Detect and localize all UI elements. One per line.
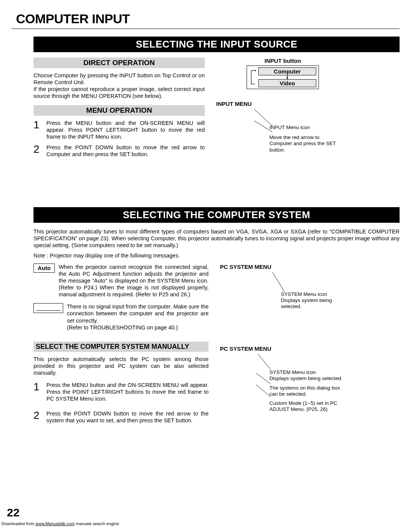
no-signal-description: There is no signal input from the comput… xyxy=(67,303,209,331)
section2-note: Note : Projector may display one of the … xyxy=(33,252,400,259)
footer-link[interactable]: www.Manualslib.com xyxy=(35,521,75,526)
input-button-diagram: INPUT button Computer Video xyxy=(247,58,319,89)
pc-system-menu-label-2: PC SYSTEM MENU xyxy=(220,345,400,352)
section2-intro: This projector automatically tunes to mo… xyxy=(33,228,400,249)
step-number-1: 1 xyxy=(33,120,42,140)
footer-pre: Downloaded from xyxy=(2,521,35,526)
input-menu-callouts: INPUT Menu icon Move the red arrow to Co… xyxy=(216,109,400,153)
svg-line-4 xyxy=(254,121,272,132)
menu-step1-text: Press the MENU button and the ON-SCREEN … xyxy=(46,120,205,140)
section2-banner: SELECTING THE COMPUTER SYSTEM xyxy=(33,207,400,223)
manual-step-number-2: 2 xyxy=(33,410,42,424)
direct-operation-text: Choose Computer by pressing the INPUT bu… xyxy=(33,72,205,100)
svg-line-3 xyxy=(254,109,272,126)
callout-system-menu-icon-2: SYSTEM Menu icon Displays system being s… xyxy=(269,369,357,382)
input-option-video: Video xyxy=(258,79,316,87)
page-number: 22 xyxy=(7,506,19,519)
auto-label-box: Auto xyxy=(33,264,55,273)
manual-step1-text: Press the MENU button and the ON-SCREEN … xyxy=(46,382,209,402)
callout-systems-selectable: The systems on this dialog box can be se… xyxy=(269,385,349,397)
footer-line: Downloaded from www.Manualslib.com manua… xyxy=(2,521,119,526)
callout-red-arrow: Move the red arrow to Computer and press… xyxy=(269,134,338,153)
pc-system-menu-label-1: PC SYSTEM MENU xyxy=(220,264,400,270)
auto-description: When the projector cannot recognize the … xyxy=(59,264,209,298)
blank-signal-box xyxy=(33,303,63,313)
cycle-arrow-icon xyxy=(249,68,257,86)
input-button-label: INPUT button xyxy=(247,58,319,64)
callout-custom-mode: Custom Mode (1~5) set in PC ADJUST Menu.… xyxy=(269,400,349,412)
pc-system-callout-2: SYSTEM Menu icon Displays system being s… xyxy=(220,354,400,412)
pc-system-callout-1: SYSTEM Menu icon Displays system being s… xyxy=(220,272,400,310)
menu-operation-heading: MENU OPERATION xyxy=(33,105,205,116)
title-rule xyxy=(11,29,400,29)
input-menu-label: INPUT MENU xyxy=(216,101,400,107)
down-arrow-icon xyxy=(258,75,316,79)
manual-step2-text: Press the POINT DOWN button to move the … xyxy=(46,410,209,424)
page-title: COMPUTER INPUT xyxy=(16,11,400,26)
footer-post: manuals search engine xyxy=(75,521,119,526)
svg-marker-0 xyxy=(255,70,256,72)
svg-line-6 xyxy=(258,354,271,369)
manual-step-number-1: 1 xyxy=(33,382,42,402)
step-number-2: 2 xyxy=(33,144,42,158)
svg-line-8 xyxy=(256,385,271,397)
svg-line-7 xyxy=(256,373,271,384)
section1-banner: SELECTING THE INPUT SOURCE xyxy=(33,37,400,52)
menu-step2-text: Press the POINT DOWN button to move the … xyxy=(46,144,205,158)
svg-marker-2 xyxy=(286,78,288,79)
svg-line-5 xyxy=(272,272,285,292)
callout-input-menu-icon: INPUT Menu icon xyxy=(269,125,400,131)
manual-select-intro: This projector automatically selects the… xyxy=(33,356,209,376)
input-option-computer: Computer xyxy=(258,67,316,75)
direct-operation-heading: DIRECT OPERATION xyxy=(33,58,205,68)
manual-select-heading: SELECT THE COMPUTER SYSTEM MANUALLY xyxy=(33,342,209,352)
